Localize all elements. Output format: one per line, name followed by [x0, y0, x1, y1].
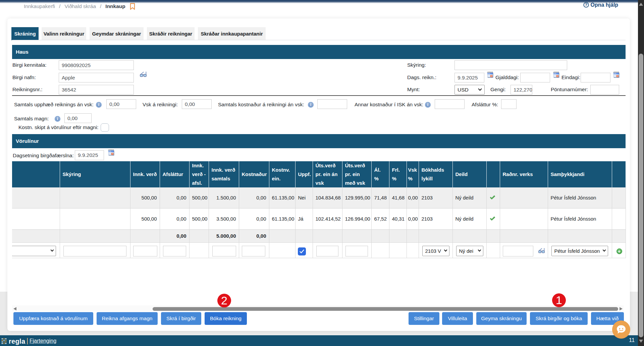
svg-text:?: ? — [585, 3, 587, 7]
